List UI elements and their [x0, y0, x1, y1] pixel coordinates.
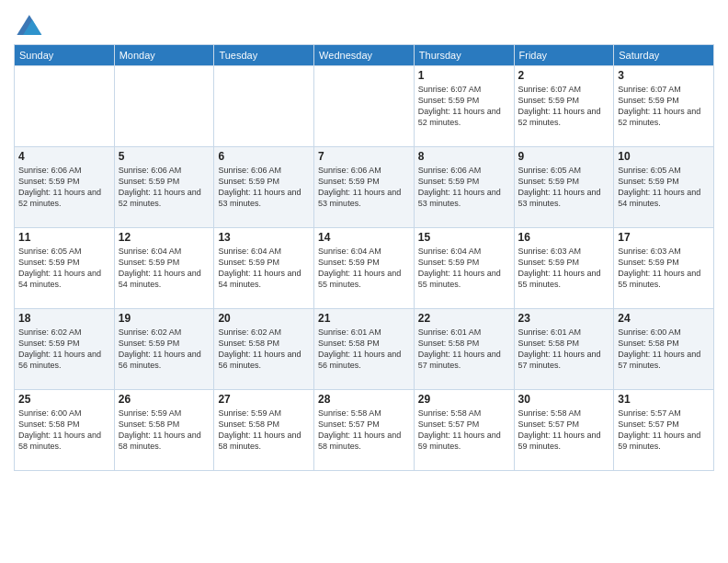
- day-info: Sunrise: 6:02 AMSunset: 5:59 PMDaylight:…: [119, 327, 210, 372]
- calendar-cell: 12Sunrise: 6:04 AMSunset: 5:59 PMDayligh…: [114, 228, 214, 309]
- day-info: Sunrise: 6:01 AMSunset: 5:58 PMDaylight:…: [318, 327, 410, 372]
- calendar-cell: 14Sunrise: 6:04 AMSunset: 5:59 PMDayligh…: [314, 228, 415, 309]
- calendar-cell: 25Sunrise: 6:00 AMSunset: 5:58 PMDayligh…: [15, 390, 115, 471]
- day-info: Sunrise: 6:00 AMSunset: 5:58 PMDaylight:…: [18, 408, 110, 453]
- day-info: Sunrise: 6:06 AMSunset: 5:59 PMDaylight:…: [18, 165, 110, 210]
- day-info: Sunrise: 6:01 AMSunset: 5:58 PMDaylight:…: [518, 327, 610, 372]
- day-number: 23: [518, 312, 610, 325]
- weekday-header-monday: Monday: [114, 45, 214, 66]
- calendar-cell: [314, 66, 415, 147]
- calendar-cell: 23Sunrise: 6:01 AMSunset: 5:58 PMDayligh…: [514, 309, 614, 390]
- day-info: Sunrise: 5:58 AMSunset: 5:57 PMDaylight:…: [418, 408, 510, 453]
- calendar-cell: 11Sunrise: 6:05 AMSunset: 5:59 PMDayligh…: [15, 228, 115, 309]
- day-number: 9: [518, 150, 610, 163]
- weekday-header-friday: Friday: [514, 45, 614, 66]
- calendar-cell: 30Sunrise: 5:58 AMSunset: 5:57 PMDayligh…: [514, 390, 614, 471]
- day-info: Sunrise: 6:06 AMSunset: 5:59 PMDaylight:…: [318, 165, 410, 210]
- calendar-cell: 29Sunrise: 5:58 AMSunset: 5:57 PMDayligh…: [414, 390, 514, 471]
- day-info: Sunrise: 6:02 AMSunset: 5:59 PMDaylight:…: [18, 327, 110, 372]
- day-number: 13: [218, 231, 310, 244]
- weekday-header-saturday: Saturday: [614, 45, 714, 66]
- calendar-cell: 28Sunrise: 5:58 AMSunset: 5:57 PMDayligh…: [314, 390, 415, 471]
- day-info: Sunrise: 6:00 AMSunset: 5:58 PMDaylight:…: [618, 327, 710, 372]
- calendar-cell: 22Sunrise: 6:01 AMSunset: 5:58 PMDayligh…: [414, 309, 514, 390]
- day-number: 18: [18, 312, 110, 325]
- day-number: 10: [618, 150, 710, 163]
- weekday-header-wednesday: Wednesday: [314, 45, 415, 66]
- calendar-cell: [15, 66, 115, 147]
- day-info: Sunrise: 6:07 AMSunset: 5:59 PMDaylight:…: [418, 84, 510, 129]
- day-info: Sunrise: 6:05 AMSunset: 5:59 PMDaylight:…: [18, 246, 110, 291]
- calendar-cell: 17Sunrise: 6:03 AMSunset: 5:59 PMDayligh…: [614, 228, 714, 309]
- calendar-cell: 24Sunrise: 6:00 AMSunset: 5:58 PMDayligh…: [614, 309, 714, 390]
- day-info: Sunrise: 6:04 AMSunset: 5:59 PMDaylight:…: [318, 246, 410, 291]
- day-info: Sunrise: 5:57 AMSunset: 5:57 PMDaylight:…: [618, 408, 710, 453]
- calendar-cell: 13Sunrise: 6:04 AMSunset: 5:59 PMDayligh…: [214, 228, 314, 309]
- day-number: 29: [418, 393, 510, 406]
- day-number: 24: [618, 312, 710, 325]
- day-number: 5: [119, 150, 210, 163]
- weekday-header-sunday: Sunday: [15, 45, 115, 66]
- calendar-cell: 16Sunrise: 6:03 AMSunset: 5:59 PMDayligh…: [514, 228, 614, 309]
- day-info: Sunrise: 6:07 AMSunset: 5:59 PMDaylight:…: [518, 84, 610, 129]
- calendar-cell: 2Sunrise: 6:07 AMSunset: 5:59 PMDaylight…: [514, 66, 614, 147]
- calendar-cell: 31Sunrise: 5:57 AMSunset: 5:57 PMDayligh…: [614, 390, 714, 471]
- day-number: 3: [618, 69, 710, 82]
- day-number: 14: [318, 231, 410, 244]
- calendar-cell: 5Sunrise: 6:06 AMSunset: 5:59 PMDaylight…: [114, 147, 214, 228]
- day-number: 2: [518, 69, 610, 82]
- day-info: Sunrise: 6:03 AMSunset: 5:59 PMDaylight:…: [518, 246, 610, 291]
- week-row-2: 4Sunrise: 6:06 AMSunset: 5:59 PMDaylight…: [15, 147, 714, 228]
- day-info: Sunrise: 6:02 AMSunset: 5:58 PMDaylight:…: [218, 327, 310, 372]
- calendar-table: SundayMondayTuesdayWednesdayThursdayFrid…: [14, 44, 714, 471]
- day-info: Sunrise: 6:04 AMSunset: 5:59 PMDaylight:…: [418, 246, 510, 291]
- day-number: 20: [218, 312, 310, 325]
- calendar-header: SundayMondayTuesdayWednesdayThursdayFrid…: [15, 45, 714, 66]
- day-number: 28: [318, 393, 410, 406]
- calendar-cell: 21Sunrise: 6:01 AMSunset: 5:58 PMDayligh…: [314, 309, 415, 390]
- weekday-header-tuesday: Tuesday: [214, 45, 314, 66]
- day-info: Sunrise: 6:05 AMSunset: 5:59 PMDaylight:…: [618, 165, 710, 210]
- day-number: 19: [119, 312, 210, 325]
- day-info: Sunrise: 6:06 AMSunset: 5:59 PMDaylight:…: [418, 165, 510, 210]
- day-number: 6: [218, 150, 310, 163]
- day-info: Sunrise: 5:59 AMSunset: 5:58 PMDaylight:…: [119, 408, 210, 453]
- calendar-cell: 8Sunrise: 6:06 AMSunset: 5:59 PMDaylight…: [414, 147, 514, 228]
- calendar-cell: 4Sunrise: 6:06 AMSunset: 5:59 PMDaylight…: [15, 147, 115, 228]
- logo-area: [14, 9, 45, 39]
- calendar-cell: 27Sunrise: 5:59 AMSunset: 5:58 PMDayligh…: [214, 390, 314, 471]
- day-number: 1: [418, 69, 510, 82]
- weekday-header-thursday: Thursday: [414, 45, 514, 66]
- logo-icon: [14, 13, 43, 39]
- day-info: Sunrise: 6:04 AMSunset: 5:59 PMDaylight:…: [218, 246, 310, 291]
- week-row-1: 1Sunrise: 6:07 AMSunset: 5:59 PMDaylight…: [15, 66, 714, 147]
- day-info: Sunrise: 5:59 AMSunset: 5:58 PMDaylight:…: [218, 408, 310, 453]
- day-number: 31: [618, 393, 710, 406]
- calendar-cell: [214, 66, 314, 147]
- day-number: 26: [119, 393, 210, 406]
- calendar-cell: 7Sunrise: 6:06 AMSunset: 5:59 PMDaylight…: [314, 147, 415, 228]
- day-number: 17: [618, 231, 710, 244]
- calendar-cell: 3Sunrise: 6:07 AMSunset: 5:59 PMDaylight…: [614, 66, 714, 147]
- day-number: 7: [318, 150, 410, 163]
- calendar-cell: 10Sunrise: 6:05 AMSunset: 5:59 PMDayligh…: [614, 147, 714, 228]
- calendar-cell: 26Sunrise: 5:59 AMSunset: 5:58 PMDayligh…: [114, 390, 214, 471]
- day-info: Sunrise: 6:03 AMSunset: 5:59 PMDaylight:…: [618, 246, 710, 291]
- day-number: 22: [418, 312, 510, 325]
- calendar-cell: 18Sunrise: 6:02 AMSunset: 5:59 PMDayligh…: [15, 309, 115, 390]
- day-number: 21: [318, 312, 410, 325]
- calendar-cell: 19Sunrise: 6:02 AMSunset: 5:59 PMDayligh…: [114, 309, 214, 390]
- day-info: Sunrise: 6:04 AMSunset: 5:59 PMDaylight:…: [119, 246, 210, 291]
- day-info: Sunrise: 6:07 AMSunset: 5:59 PMDaylight:…: [618, 84, 710, 129]
- day-number: 25: [18, 393, 110, 406]
- day-number: 15: [418, 231, 510, 244]
- day-info: Sunrise: 6:01 AMSunset: 5:58 PMDaylight:…: [418, 327, 510, 372]
- calendar-cell: 1Sunrise: 6:07 AMSunset: 5:59 PMDaylight…: [414, 66, 514, 147]
- day-number: 27: [218, 393, 310, 406]
- day-info: Sunrise: 5:58 AMSunset: 5:57 PMDaylight:…: [318, 408, 410, 453]
- calendar-cell: 20Sunrise: 6:02 AMSunset: 5:58 PMDayligh…: [214, 309, 314, 390]
- day-number: 4: [18, 150, 110, 163]
- calendar-page: SundayMondayTuesdayWednesdayThursdayFrid…: [0, 0, 728, 563]
- calendar-cell: [114, 66, 214, 147]
- week-row-5: 25Sunrise: 6:00 AMSunset: 5:58 PMDayligh…: [15, 390, 714, 471]
